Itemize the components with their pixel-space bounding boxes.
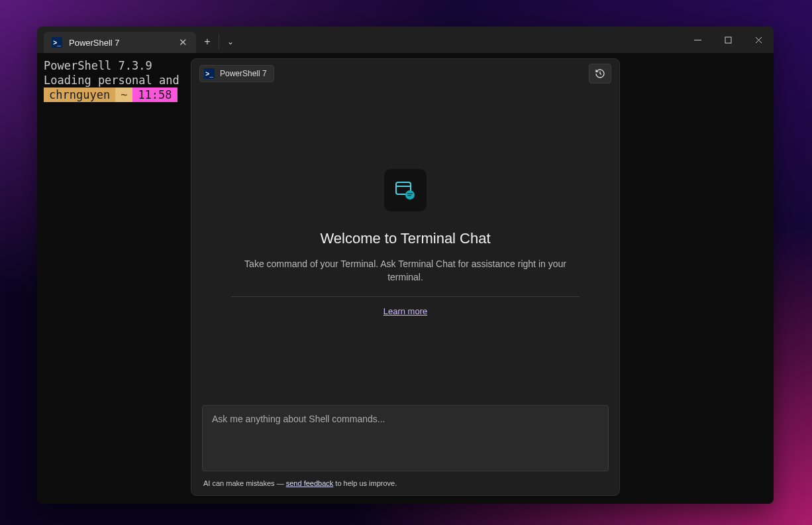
new-tab-button[interactable]: + (196, 30, 219, 53)
terminal-line: PowerShell 7.3.9 (44, 59, 152, 72)
minimize-button[interactable] (682, 27, 713, 53)
footer-text: to help us improve. (333, 479, 397, 487)
tab-dropdown-button[interactable]: ⌄ (219, 34, 241, 49)
chat-context-badge[interactable]: >_ PowerShell 7 (199, 65, 274, 82)
titlebar: >_ PowerShell 7 ✕ + ⌄ (37, 27, 774, 53)
close-window-button[interactable] (743, 27, 774, 53)
learn-more-link[interactable]: Learn more (383, 306, 427, 316)
powershell-icon: >_ (52, 37, 62, 48)
chat-welcome: Welcome to Terminal Chat Take command of… (191, 88, 619, 397)
terminal-chat-icon (384, 169, 427, 211)
terminal-window: >_ PowerShell 7 ✕ + ⌄ PowerShell 7.3.9 L… (37, 27, 774, 504)
tab-title: PowerShell 7 (69, 38, 170, 48)
chat-header: >_ PowerShell 7 (191, 59, 619, 88)
chat-footer: AI can make mistakes — send feedback to … (191, 478, 619, 495)
terminal-line: Loading personal and (44, 74, 179, 87)
history-button[interactable] (589, 64, 611, 84)
svg-rect-1 (725, 37, 731, 43)
chat-title: Welcome to Terminal Chat (320, 230, 490, 247)
prompt-path: ~ (115, 88, 132, 102)
close-tab-button[interactable]: ✕ (176, 36, 189, 48)
prompt: chrnguyen~11:58 (44, 88, 178, 102)
history-icon (595, 68, 605, 79)
terminal-chat-panel: >_ PowerShell 7 Welcome (191, 58, 620, 496)
svg-point-6 (405, 190, 415, 200)
footer-text: AI can make mistakes — (203, 479, 286, 487)
chat-context-label: PowerShell 7 (220, 69, 267, 78)
prompt-time: 11:58 (132, 88, 177, 102)
maximize-button[interactable] (713, 27, 743, 53)
terminal-output[interactable]: PowerShell 7.3.9 Loading personal and ch… (37, 53, 186, 504)
chat-input-area (191, 397, 619, 478)
divider (231, 296, 580, 297)
window-body: PowerShell 7.3.9 Loading personal and ch… (37, 53, 774, 504)
powershell-icon: >_ (204, 68, 215, 79)
tab-powershell[interactable]: >_ PowerShell 7 ✕ (44, 32, 196, 53)
send-feedback-link[interactable]: send feedback (286, 479, 334, 487)
chat-input[interactable] (202, 405, 609, 471)
prompt-user: chrnguyen (44, 88, 115, 102)
chat-subtitle: Take command of your Terminal. Ask Termi… (231, 258, 580, 284)
window-controls (682, 27, 774, 53)
